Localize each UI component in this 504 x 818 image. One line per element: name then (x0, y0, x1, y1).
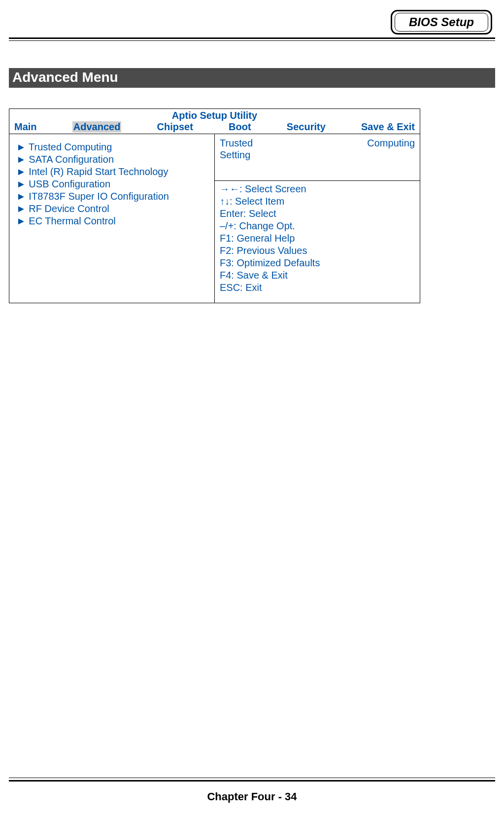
menu-item-label: EC Thermal Control (29, 215, 115, 226)
nav-hint: ↑↓: Select Item (220, 195, 415, 208)
menu-item-label: SATA Configuration (29, 154, 114, 165)
tab-advanced[interactable]: Advanced (72, 121, 122, 133)
utility-title: Aptio Setup Utility (9, 109, 420, 121)
nav-hint: F3: Optimized Defaults (220, 257, 415, 269)
submenu-arrow-icon: ► (16, 166, 26, 177)
page-footer-area: Chapter Four - 34 (9, 778, 495, 803)
nav-hint: →←: Select Screen (220, 183, 415, 195)
menu-item-rf-device-control[interactable]: ► RF Device Control (16, 203, 209, 215)
menu-item-label: Trusted Computing (29, 142, 112, 152)
menu-item-label: IT8783F Super IO Configuration (29, 191, 169, 202)
bios-badge-text: BIOS Setup (409, 15, 474, 29)
submenu-arrow-icon: ► (16, 191, 26, 202)
bios-badge-inner: BIOS Setup (395, 13, 488, 32)
menu-item-label: Intel (R) Rapid Start Technology (29, 166, 168, 177)
menu-item-trusted-computing[interactable]: ► Trusted Computing (16, 141, 209, 153)
submenu-arrow-icon: ► (16, 154, 26, 165)
tab-boot[interactable]: Boot (229, 121, 251, 133)
page-footer-label: Chapter Four - 34 (9, 790, 495, 803)
tab-save-exit[interactable]: Save & Exit (361, 121, 415, 133)
menu-item-usb-configuration[interactable]: ► USB Configuration (16, 178, 209, 190)
help-panel: Trusted Computing Setting (215, 134, 420, 181)
help-text: Setting (220, 149, 250, 160)
nav-hint: –/+: Change Opt. (220, 220, 415, 232)
nav-hint: Enter: Select (220, 208, 415, 220)
submenu-arrow-icon: ► (16, 203, 26, 214)
bios-header: Aptio Setup Utility Main Advanced Chipse… (9, 109, 420, 134)
help-text: Computing (367, 138, 415, 148)
menu-list: ► Trusted Computing ► SATA Configuration… (9, 134, 215, 303)
tab-main[interactable]: Main (14, 121, 37, 133)
tab-chipset[interactable]: Chipset (157, 121, 193, 133)
help-text: Trusted (220, 138, 253, 148)
nav-hint: F4: Save & Exit (220, 269, 415, 282)
menu-item-sata-configuration[interactable]: ► SATA Configuration (16, 153, 209, 166)
bios-badge: BIOS Setup (391, 10, 492, 35)
nav-hint: ESC: Exit (220, 282, 415, 294)
section-title: Advanced Menu (9, 68, 495, 88)
menu-item-label: RF Device Control (29, 203, 109, 214)
menu-item-super-io[interactable]: ► IT8783F Super IO Configuration (16, 190, 209, 203)
menu-item-ec-thermal[interactable]: ► EC Thermal Control (16, 215, 209, 227)
page-header: BIOS Setup (9, 10, 495, 37)
bios-tab-row: Main Advanced Chipset Boot Security Save… (9, 121, 420, 134)
submenu-arrow-icon: ► (16, 215, 26, 226)
nav-help-panel: →←: Select Screen ↑↓: Select Item Enter:… (215, 181, 420, 303)
tab-security[interactable]: Security (287, 121, 326, 133)
header-divider (9, 37, 495, 41)
bios-table: Aptio Setup Utility Main Advanced Chipse… (9, 108, 420, 303)
menu-item-label: USB Configuration (29, 178, 110, 189)
submenu-arrow-icon: ► (16, 178, 26, 189)
submenu-arrow-icon: ► (16, 142, 26, 152)
menu-item-intel-rapid-start[interactable]: ► Intel (R) Rapid Start Technology (16, 166, 209, 178)
footer-divider-bottom (9, 780, 495, 782)
nav-hint: F2: Previous Values (220, 245, 415, 257)
nav-hint: F1: General Help (220, 232, 415, 245)
